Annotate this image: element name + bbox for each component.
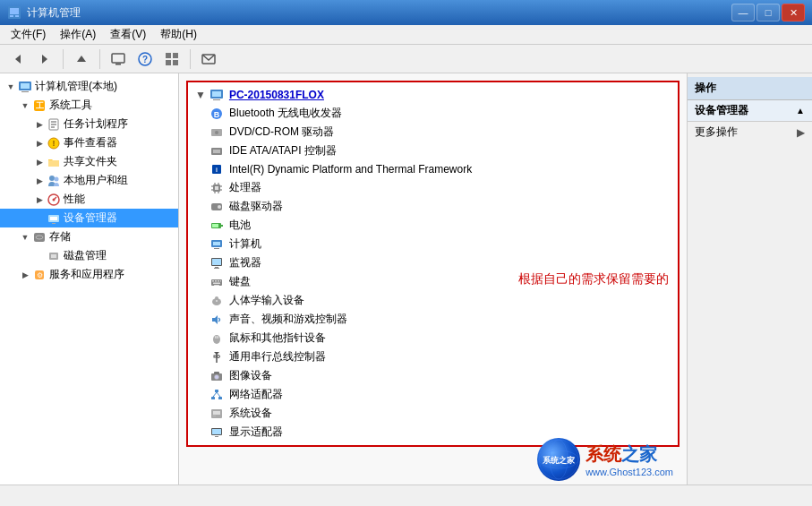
usb-icon: [209, 350, 224, 364]
expand-event: ▶: [32, 136, 47, 150]
expand-device: [32, 211, 47, 226]
device-item-keyboard[interactable]: 键盘: [188, 272, 678, 291]
title-bar-controls: — □ ✕: [731, 4, 805, 21]
device-item-disk[interactable]: 磁盘驱动器: [188, 197, 678, 216]
device-label-13: 通用串行总线控制器: [229, 349, 326, 364]
forward-button[interactable]: [32, 47, 57, 71]
tree-device-manager[interactable]: 设备管理器: [0, 209, 178, 227]
tree-shared-folders[interactable]: ▶ 共享文件夹: [0, 152, 178, 171]
svg-rect-13: [166, 60, 171, 65]
status-bar: [0, 485, 812, 506]
svg-line-98: [213, 392, 217, 397]
ide-icon: [209, 144, 224, 159]
help-button[interactable]: ?: [132, 47, 158, 71]
show-desktop-button[interactable]: [106, 47, 131, 71]
up-button[interactable]: [69, 47, 94, 71]
device-label-1: DVD/CD-ROM 驱动器: [229, 124, 334, 140]
bluetooth-icon: B: [209, 107, 224, 121]
storage-icon: [32, 230, 47, 244]
svg-rect-43: [213, 99, 220, 100]
device-item-dvd[interactable]: DVD/CD-ROM 驱动器: [188, 123, 678, 142]
minimize-button[interactable]: —: [731, 4, 755, 21]
tree-system-tools[interactable]: ▼ 工 系统工具: [0, 96, 178, 115]
menu-action[interactable]: 操作(A): [53, 25, 103, 44]
hid-icon: [209, 294, 224, 308]
svg-rect-2: [10, 15, 13, 17]
computer-name: PC-20150831FLOX: [229, 89, 324, 101]
tree-root[interactable]: ▼ 计算机管理(本地): [0, 77, 178, 96]
svg-point-27: [49, 176, 55, 181]
tree-services[interactable]: ▶ ⚙ 服务和应用程序: [0, 265, 178, 284]
svg-text:⚙: ⚙: [37, 271, 43, 279]
svg-rect-11: [166, 53, 171, 58]
tree-performance[interactable]: ▶ 性能: [0, 190, 178, 209]
svg-rect-53: [215, 186, 218, 190]
toolbar-separator-1: [63, 49, 64, 69]
disk-icon: [209, 200, 224, 214]
menu-file[interactable]: 文件(F): [4, 25, 53, 44]
device-item-mouse[interactable]: 鼠标和其他指针设备: [188, 329, 678, 347]
svg-point-47: [215, 131, 218, 134]
back-button[interactable]: [5, 47, 30, 71]
device-manager-label: 设备管理器: [64, 210, 117, 226]
device-item-usb[interactable]: 通用串行总线控制器: [188, 347, 678, 366]
left-panel: ▼ 计算机管理(本地) ▼ 工 系统工具 ▶: [0, 73, 179, 485]
device-item-system[interactable]: 系统设备: [188, 404, 678, 423]
device-label-2: IDE ATA/ATAPI 控制器: [229, 143, 337, 159]
svg-rect-75: [212, 280, 214, 282]
task-icon: [47, 117, 61, 132]
svg-point-28: [55, 176, 59, 181]
storage-label: 存储: [49, 229, 71, 244]
svg-rect-71: [212, 259, 221, 265]
expand-storage: ▼: [18, 230, 32, 244]
device-item-intel[interactable]: i Intel(R) Dynamic Platform and Thermal …: [188, 160, 678, 178]
svg-rect-69: [214, 248, 219, 249]
svg-point-93: [215, 374, 219, 379]
device-label-11: 声音、视频和游戏控制器: [229, 312, 347, 327]
expand-task: ▶: [32, 117, 47, 132]
device-label-0: Bluetooth 无线电收发器: [229, 106, 342, 121]
disk-mgmt-icon: [47, 249, 61, 263]
arrow-icon: ▶: [797, 126, 805, 139]
svg-rect-78: [220, 280, 221, 282]
svg-text:工: 工: [36, 101, 44, 110]
device-item-audio[interactable]: 声音、视频和游戏控制器: [188, 310, 678, 329]
device-label-17: 显示适配器: [229, 425, 283, 440]
device-item-cpu[interactable]: 处理器: [188, 178, 678, 197]
tree-root-label: 计算机管理(本地): [35, 79, 117, 94]
toolbar-separator-2: [99, 49, 100, 69]
maximize-button[interactable]: □: [756, 4, 780, 21]
tree-local-users[interactable]: ▶ 本地用户和组: [0, 171, 178, 190]
device-item-computer[interactable]: 计算机: [188, 235, 678, 253]
computer-item-icon: [209, 237, 224, 252]
close-button[interactable]: ✕: [782, 4, 805, 21]
menu-bar: 文件(F) 操作(A) 查看(V) 帮助(H): [0, 25, 812, 45]
menu-help[interactable]: 帮助(H): [153, 25, 204, 44]
device-computer-header[interactable]: ▼ PC-20150831FLOX: [188, 86, 678, 104]
svg-rect-101: [213, 411, 220, 415]
grid-button[interactable]: [159, 47, 184, 71]
device-item-battery[interactable]: 电池: [188, 216, 678, 235]
device-label-5: 磁盘驱动器: [229, 199, 283, 214]
device-item-monitor[interactable]: 监视器: [188, 253, 678, 272]
menu-view[interactable]: 查看(V): [103, 25, 153, 44]
device-item-bluetooth[interactable]: B Bluetooth 无线电收发器: [188, 104, 678, 123]
battery-icon: [209, 219, 224, 233]
tree-event-viewer[interactable]: ▶ ! 事件查看器: [0, 133, 178, 152]
svg-rect-33: [50, 217, 57, 220]
svg-rect-102: [213, 416, 216, 416]
device-item-display[interactable]: 显示适配器: [188, 423, 678, 442]
tree-task-scheduler[interactable]: ▶ 任务计划程序: [0, 115, 178, 133]
svg-rect-94: [214, 372, 219, 374]
device-item-camera[interactable]: 图像设备: [188, 366, 678, 385]
tree-disk-management[interactable]: 磁盘管理: [0, 246, 178, 265]
device-item-ide[interactable]: IDE ATA/ATAPI 控制器: [188, 142, 678, 160]
more-actions-item[interactable]: 更多操作 ▶: [688, 122, 812, 142]
system-tools-icon: 工: [32, 99, 47, 113]
mail-button[interactable]: [196, 47, 221, 71]
device-label-14: 图像设备: [229, 368, 272, 383]
tree-storage[interactable]: ▼ 存储: [0, 227, 178, 246]
svg-rect-105: [215, 436, 218, 437]
device-item-network[interactable]: 网络适配器: [188, 385, 678, 404]
device-item-hid[interactable]: 人体学输入设备: [188, 291, 678, 310]
